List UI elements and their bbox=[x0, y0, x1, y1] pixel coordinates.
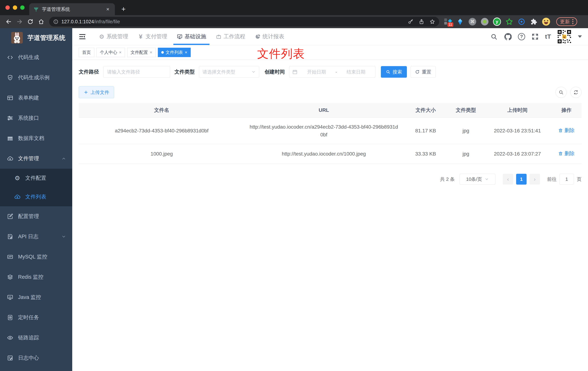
fullscreen-icon[interactable] bbox=[531, 32, 539, 41]
browser-menu-icon[interactable] bbox=[572, 19, 573, 24]
current-page[interactable]: 1 bbox=[516, 174, 527, 185]
bookmark-star-icon[interactable] bbox=[430, 19, 435, 25]
sidebar-item-api-log[interactable]: API 日志 bbox=[0, 226, 72, 247]
app: 芋道管理系统 代码生成 代码生成示例 表单构建 系统接口 数据库文档 bbox=[0, 28, 588, 371]
sidebar-item-code-gen-demo[interactable]: 代码生成示例 bbox=[0, 68, 72, 88]
start-date-placeholder[interactable]: 开始日期 bbox=[300, 69, 333, 75]
github-icon[interactable] bbox=[504, 32, 512, 41]
sidebar-item-trace[interactable]: 链路追踪 bbox=[0, 328, 72, 348]
tab-reports[interactable]: 统计报表 bbox=[250, 28, 289, 45]
prev-page-button[interactable] bbox=[503, 174, 513, 185]
extension-record-icon[interactable] bbox=[481, 18, 489, 26]
delete-button[interactable]: 删除 bbox=[558, 149, 575, 157]
font-size-icon[interactable] bbox=[545, 33, 551, 40]
next-page-button[interactable] bbox=[529, 174, 540, 185]
pagination: 共 2 条 10条/页 1 前往 页 bbox=[79, 174, 581, 185]
close-tag-icon[interactable] bbox=[119, 50, 122, 55]
date-range-picker[interactable]: 开始日期 - 结束日期 bbox=[289, 66, 376, 78]
reload-icon[interactable] bbox=[26, 17, 35, 26]
tag-profile[interactable]: 个人中心 bbox=[96, 48, 125, 57]
new-tab-button[interactable] bbox=[119, 5, 128, 13]
close-window-button[interactable] bbox=[5, 5, 10, 10]
minimize-window-button[interactable] bbox=[13, 5, 17, 10]
tag-file-list[interactable]: 文件列表 bbox=[158, 48, 191, 57]
collapse-sidebar-icon[interactable] bbox=[78, 33, 86, 41]
sidebar-item-file-list[interactable]: 文件列表 bbox=[0, 188, 72, 206]
sidebar-item-config-management[interactable]: 配置管理 bbox=[0, 206, 72, 226]
reset-button[interactable]: 重置 bbox=[410, 66, 436, 78]
home-icon[interactable] bbox=[36, 17, 46, 26]
cell-upload-time: 2022-03-16 23:07:27 bbox=[483, 144, 551, 164]
zoom-window-button[interactable] bbox=[20, 5, 25, 10]
end-date-placeholder[interactable]: 结束日期 bbox=[339, 69, 372, 75]
sidebar-item-redis-monitor[interactable]: Redis 监控 bbox=[0, 267, 72, 287]
col-url: URL bbox=[245, 103, 403, 117]
sidebar-item-db-doc[interactable]: 数据库文档 bbox=[0, 128, 72, 148]
trace-eye-icon bbox=[7, 335, 13, 341]
tag-home[interactable]: 首页 bbox=[79, 48, 94, 57]
help-icon[interactable] bbox=[518, 33, 525, 40]
forward-icon[interactable] bbox=[15, 17, 24, 26]
tab-payment-management[interactable]: 支付管理 bbox=[133, 28, 172, 45]
extension-kite-icon[interactable] bbox=[456, 18, 464, 26]
extension-shapes-icon[interactable]: 11 bbox=[444, 18, 452, 26]
password-key-icon[interactable] bbox=[408, 19, 414, 25]
browser-tab[interactable]: 芋道管理系统 bbox=[29, 3, 115, 15]
sidebar-item-form-builder[interactable]: 表单构建 bbox=[0, 88, 72, 108]
site-info-icon[interactable] bbox=[53, 19, 59, 24]
col-file-type: 文件类型 bbox=[448, 103, 483, 117]
tab-workflow[interactable]: 工作流程 bbox=[211, 28, 250, 45]
trash-icon bbox=[558, 151, 563, 156]
delete-button[interactable]: 删除 bbox=[558, 127, 575, 134]
tab-infrastructure[interactable]: 基础设施 bbox=[172, 28, 211, 45]
sidebar-item-code-gen[interactable]: 代码生成 bbox=[0, 47, 72, 68]
tab-system-management[interactable]: 系统管理 bbox=[94, 28, 133, 45]
file-type-select[interactable]: 请选择文件类型 bbox=[199, 66, 259, 78]
user-avatar-qr[interactable] bbox=[557, 29, 572, 44]
sliders-icon bbox=[7, 115, 13, 121]
extension-y-icon[interactable] bbox=[493, 18, 501, 26]
app-title: 芋道管理系统 bbox=[27, 34, 65, 42]
share-icon[interactable] bbox=[419, 19, 424, 25]
java-monitor-icon bbox=[7, 294, 13, 301]
back-icon[interactable] bbox=[4, 17, 13, 26]
form-icon bbox=[7, 95, 13, 101]
gear-icon bbox=[14, 175, 21, 181]
col-file-size: 文件大小 bbox=[403, 103, 448, 117]
extension-star-icon[interactable] bbox=[505, 18, 513, 26]
close-tab-icon[interactable] bbox=[105, 6, 111, 12]
refresh-table-button[interactable] bbox=[570, 87, 581, 98]
cell-file-type: jpg bbox=[448, 144, 483, 164]
sidebar-item-file-management[interactable]: 文件管理 bbox=[0, 148, 72, 169]
total-count: 共 2 条 bbox=[440, 176, 455, 182]
file-path-input[interactable] bbox=[103, 66, 170, 78]
col-upload-time: 上传时间 bbox=[483, 103, 551, 117]
refresh-icon bbox=[415, 70, 420, 74]
url-bar[interactable]: 127.0.0.1:1024/infra/file/file bbox=[49, 17, 439, 27]
sidebar-item-java-monitor[interactable]: Java 监控 bbox=[0, 287, 72, 307]
col-actions: 操作 bbox=[551, 103, 581, 117]
sidebar-item-scheduled-tasks[interactable]: 定时任务 bbox=[0, 307, 72, 328]
browser-update-chip[interactable]: 更新 bbox=[556, 17, 577, 26]
search-button[interactable]: 搜索 bbox=[381, 66, 407, 78]
sidebar-item-mysql-monitor[interactable]: MySQL 监控 bbox=[0, 247, 72, 267]
goto-page-input[interactable] bbox=[559, 174, 574, 185]
extension-eye-icon[interactable] bbox=[518, 18, 525, 26]
close-tag-icon[interactable] bbox=[150, 50, 152, 55]
search-icon[interactable] bbox=[490, 32, 498, 41]
toggle-search-button[interactable] bbox=[556, 87, 567, 98]
extensions-puzzle-icon[interactable] bbox=[530, 18, 538, 26]
sidebar-item-system-api[interactable]: 系统接口 bbox=[0, 108, 72, 128]
profile-avatar-icon[interactable] bbox=[542, 18, 550, 26]
sidebar-item-log-center[interactable]: 日志中心 bbox=[0, 348, 72, 368]
tag-file-config[interactable]: 文件配置 bbox=[127, 48, 156, 57]
sidebar-item-file-config[interactable]: 文件配置 bbox=[0, 169, 72, 188]
upload-file-button[interactable]: 上传文件 bbox=[79, 86, 114, 98]
omnibox-actions bbox=[408, 19, 435, 25]
page-size-select[interactable]: 10条/页 bbox=[459, 174, 495, 185]
close-tag-icon[interactable] bbox=[185, 50, 187, 55]
avatar-caret-icon[interactable] bbox=[578, 35, 582, 38]
refresh-icon bbox=[573, 90, 579, 95]
extension-command-icon[interactable] bbox=[468, 18, 476, 26]
top-navbar: 系统管理 支付管理 基础设施 工作流程 bbox=[72, 28, 588, 45]
